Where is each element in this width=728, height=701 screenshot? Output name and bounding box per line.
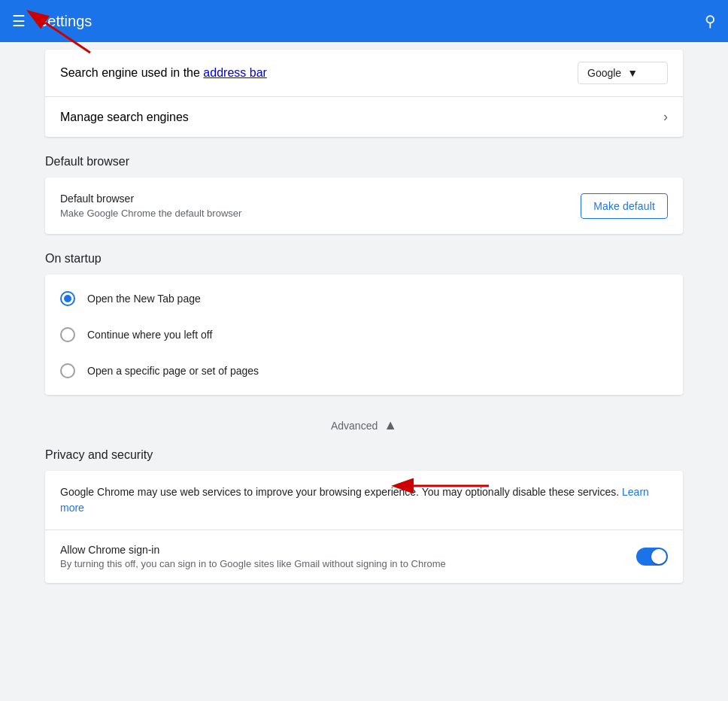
search-engine-dropdown[interactable]: Google ▼ (578, 62, 668, 84)
default-browser-section: Default browser Default browser Make Goo… (45, 155, 683, 234)
annotation-arrow-advanced (406, 463, 496, 511)
allow-sign-in-row: Allow Chrome sign-in By turning this off… (45, 530, 683, 583)
startup-option-new-tab[interactable]: Open the New Tab page (45, 281, 683, 317)
search-icon[interactable]: ⚲ (705, 12, 716, 30)
default-browser-card: Default browser Make Google Chrome the d… (45, 178, 683, 234)
startup-option-specific-page[interactable]: Open a specific page or set of pages (45, 353, 683, 389)
annotation-arrow-top (38, 15, 98, 63)
svg-line-1 (45, 23, 90, 53)
manage-search-engines-chevron: › (663, 109, 668, 125)
startup-label-new-tab: Open the New Tab page (87, 293, 201, 305)
advanced-label: Advanced (331, 420, 378, 432)
search-engine-section: Search engine used in the address bar Go… (45, 50, 683, 137)
dropdown-chevron-icon: ▼ (627, 67, 638, 79)
header: ☰ Settings ⚲ (0, 0, 728, 42)
manage-search-engines-text: Manage search engines (60, 111, 189, 123)
content-area: Search engine used in the address bar Go… (0, 42, 728, 701)
search-engine-text-before: Search engine used in the (60, 66, 203, 79)
search-engine-label: Search engine used in the address bar (60, 66, 578, 80)
radio-specific-page[interactable] (60, 363, 75, 378)
startup-option-continue[interactable]: Continue where you left off (45, 317, 683, 353)
on-startup-section: On startup Open the New Tab page Continu… (45, 252, 683, 395)
search-engine-value: Google (587, 67, 621, 79)
search-engine-card: Search engine used in the address bar Go… (45, 50, 683, 137)
sign-in-subtitle: By turning this off, you can sign in to … (60, 558, 446, 569)
on-startup-heading: On startup (45, 252, 683, 266)
default-browser-title: Default browser (60, 193, 241, 205)
search-engine-row: Search engine used in the address bar Go… (45, 50, 683, 97)
privacy-section-heading: Privacy and security (45, 448, 683, 462)
radio-new-tab[interactable] (60, 291, 75, 306)
sign-in-title: Allow Chrome sign-in (60, 544, 446, 556)
manage-search-engines-label: Manage search engines (60, 111, 663, 124)
default-browser-heading: Default browser (45, 155, 683, 168)
privacy-info-text: Google Chrome may use web services to im… (60, 484, 668, 516)
page-scroll: Search engine used in the address bar Go… (0, 50, 728, 583)
radio-continue[interactable] (60, 327, 75, 342)
privacy-card: Google Chrome may use web services to im… (45, 471, 683, 583)
address-bar-link[interactable]: address bar (203, 66, 267, 79)
privacy-info-row: Google Chrome may use web services to im… (45, 471, 683, 530)
privacy-section: Privacy and security Google Chrome may u… (45, 448, 683, 583)
startup-label-specific-page: Open a specific page or set of pages (87, 365, 259, 377)
sign-in-toggle[interactable] (636, 548, 668, 566)
startup-card: Open the New Tab page Continue where you… (45, 275, 683, 395)
privacy-description: Google Chrome may use web services to im… (60, 486, 619, 498)
default-browser-info: Default browser Make Google Chrome the d… (60, 193, 241, 219)
make-default-button[interactable]: Make default (581, 193, 668, 219)
sign-in-info: Allow Chrome sign-in By turning this off… (60, 544, 446, 569)
allow-sign-in-flex: Allow Chrome sign-in By turning this off… (60, 544, 668, 569)
main-content: Search engine used in the address bar Go… (0, 42, 728, 701)
advanced-chevron-icon: ▲ (384, 417, 397, 433)
manage-search-engines-row[interactable]: Manage search engines › (45, 97, 683, 137)
default-browser-subtitle: Make Google Chrome the default browser (60, 208, 241, 219)
search-engine-control: Google ▼ (578, 62, 668, 84)
startup-label-continue: Continue where you left off (87, 329, 212, 341)
advanced-toggle[interactable]: Advanced ▲ (45, 395, 683, 448)
menu-icon[interactable]: ☰ (12, 12, 26, 30)
